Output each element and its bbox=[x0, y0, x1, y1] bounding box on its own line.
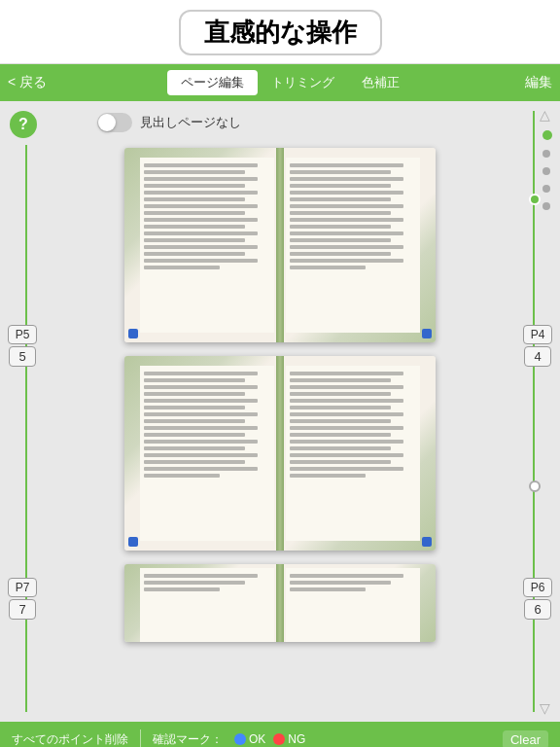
text-line bbox=[290, 412, 403, 416]
book-spine-3 bbox=[276, 564, 284, 642]
toggle-switch[interactable] bbox=[97, 113, 132, 132]
scroll-dot-2 bbox=[542, 150, 550, 158]
text-line bbox=[290, 231, 403, 235]
text-line bbox=[290, 204, 403, 208]
scroll-up-arrow[interactable]: △ bbox=[540, 107, 550, 123]
tab-page-edit[interactable]: ページ編集 bbox=[167, 70, 258, 95]
text-line bbox=[144, 231, 258, 235]
text-line bbox=[290, 163, 403, 167]
text-line bbox=[144, 266, 220, 269]
ng-indicator: NG bbox=[273, 732, 305, 746]
text-line bbox=[144, 440, 258, 444]
page-title: 直感的な操作 bbox=[179, 10, 382, 55]
text-line bbox=[144, 392, 245, 396]
page-label-p4: P4 bbox=[523, 325, 552, 344]
text-line bbox=[290, 574, 403, 578]
text-line bbox=[144, 191, 258, 195]
text-line bbox=[144, 245, 258, 249]
text-line bbox=[144, 177, 258, 181]
line-circle-empty bbox=[529, 480, 541, 492]
book-page-right-2 bbox=[286, 366, 420, 541]
text-line bbox=[144, 426, 258, 430]
tab-color[interactable]: 色補正 bbox=[348, 70, 413, 95]
line-handle[interactable] bbox=[529, 194, 541, 205]
bottom-bar: すべてのポイント削除 確認マーク： OK NG Clear bbox=[0, 722, 560, 747]
book-page-right-1 bbox=[286, 158, 420, 333]
text-line bbox=[144, 252, 245, 256]
tab-trimming[interactable]: トリミング bbox=[258, 70, 348, 95]
scroll-dot-5 bbox=[542, 202, 550, 210]
page-badge-p5: P5 5 bbox=[8, 325, 37, 367]
page-badge-p4: P4 4 bbox=[523, 325, 552, 367]
left-vertical-line bbox=[25, 145, 27, 712]
text-line bbox=[290, 587, 366, 591]
ng-label: NG bbox=[288, 732, 305, 746]
text-line bbox=[290, 238, 391, 242]
main-area: ? 見出しページなし △ ▽ P5 5 P4 4 P7 7 P6 6 bbox=[0, 101, 560, 722]
edit-button[interactable]: 編集 bbox=[513, 74, 552, 91]
text-line bbox=[290, 259, 403, 263]
page-num-4: 4 bbox=[524, 346, 551, 367]
clear-button[interactable]: Clear bbox=[503, 730, 548, 748]
text-line bbox=[290, 378, 391, 382]
text-line bbox=[290, 191, 403, 195]
scroll-down-arrow[interactable]: ▽ bbox=[540, 700, 550, 716]
text-line bbox=[290, 372, 403, 375]
text-line bbox=[144, 204, 258, 208]
page-num-7: 7 bbox=[9, 599, 36, 620]
page-label-p6: P6 bbox=[523, 578, 552, 597]
text-line bbox=[144, 467, 258, 471]
text-line bbox=[144, 581, 245, 585]
text-line bbox=[290, 460, 391, 464]
text-line bbox=[144, 412, 258, 416]
back-button[interactable]: < 戻る bbox=[8, 74, 66, 91]
page-label-p5: P5 bbox=[8, 325, 37, 344]
book-page-left-2 bbox=[140, 366, 274, 541]
text-line bbox=[144, 453, 258, 457]
scroll-dots bbox=[542, 130, 552, 210]
ok-label: OK bbox=[249, 732, 265, 746]
separator bbox=[140, 729, 141, 747]
book-image-2 bbox=[124, 356, 436, 551]
text-line bbox=[144, 170, 245, 174]
corner-marker-bl-2 bbox=[128, 537, 138, 547]
page-num-6: 6 bbox=[524, 599, 551, 620]
ok-dot bbox=[234, 733, 246, 745]
page-badge-p6: P6 6 bbox=[523, 578, 552, 620]
text-line bbox=[290, 245, 403, 249]
text-line bbox=[290, 266, 366, 269]
text-line bbox=[144, 225, 245, 229]
nav-bar: < 戻る ページ編集 トリミング 色補正 編集 bbox=[0, 64, 560, 101]
confirm-label: 確認マーク： bbox=[153, 731, 223, 748]
text-line bbox=[144, 406, 245, 409]
text-line bbox=[144, 184, 245, 188]
nav-tabs: ページ編集 トリミング 色補正 bbox=[66, 70, 513, 95]
text-line bbox=[290, 177, 403, 181]
scroll-dot-1 bbox=[542, 130, 552, 140]
page-num-5: 5 bbox=[9, 346, 36, 367]
delete-all-button[interactable]: すべてのポイント削除 bbox=[12, 731, 128, 748]
scroll-dot-3 bbox=[542, 167, 550, 175]
corner-marker-br-1 bbox=[422, 329, 432, 338]
text-line bbox=[290, 170, 391, 174]
text-line bbox=[144, 574, 258, 578]
text-line bbox=[290, 399, 403, 403]
text-line bbox=[144, 218, 258, 222]
text-line bbox=[290, 252, 391, 256]
help-icon[interactable]: ? bbox=[10, 111, 37, 138]
book-spine-2 bbox=[276, 356, 284, 551]
ok-indicator: OK bbox=[234, 732, 265, 746]
text-line bbox=[290, 419, 391, 423]
text-line bbox=[290, 392, 391, 396]
text-line bbox=[290, 426, 403, 430]
text-line bbox=[144, 399, 258, 403]
help-button[interactable]: ? bbox=[10, 111, 37, 142]
book-image-3 bbox=[124, 564, 436, 642]
text-line bbox=[144, 460, 245, 464]
scroll-dot-4 bbox=[542, 185, 550, 193]
book-page-right-3 bbox=[286, 568, 420, 642]
text-line bbox=[144, 433, 245, 437]
text-line bbox=[144, 378, 245, 382]
text-line bbox=[144, 419, 245, 423]
text-line bbox=[144, 372, 258, 375]
